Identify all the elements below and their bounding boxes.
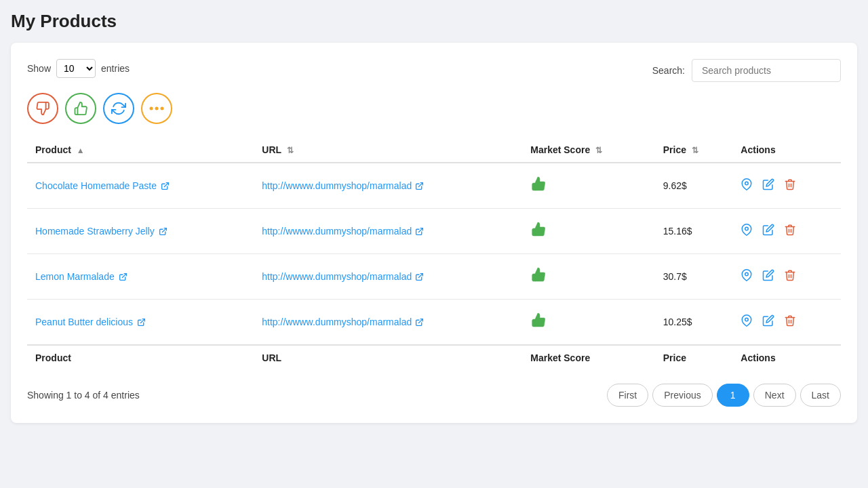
- url-link-2[interactable]: http://wwww.dummyshop/marmalad: [262, 271, 514, 282]
- market-score-thumb-2: [530, 269, 547, 286]
- product-link-0[interactable]: Chocolate Homemade Paste: [35, 180, 245, 191]
- url-external-icon: [415, 318, 424, 327]
- external-link-icon: [159, 227, 167, 236]
- edit-icon-2[interactable]: [762, 269, 774, 285]
- delete-icon-3[interactable]: [784, 314, 796, 330]
- showing-text: Showing 1 to 4 of 4 entries: [27, 390, 140, 401]
- products-table: Product ▲ URL ⇅ Market Score ⇅ Price ⇅ A…: [27, 138, 841, 370]
- product-link-1[interactable]: Homemade Strawberry Jelly: [35, 226, 245, 237]
- col-product[interactable]: Product ▲: [27, 138, 254, 163]
- pin-icon-3[interactable]: [741, 314, 753, 330]
- sort-arrow-product: ▲: [77, 146, 85, 155]
- more-button[interactable]: [141, 93, 172, 124]
- col-price[interactable]: Price ⇅: [655, 138, 733, 163]
- search-label: Search:: [652, 65, 685, 76]
- footer-col-url: URL: [254, 345, 522, 370]
- table-row: Homemade Strawberry Jelly http://wwww.du…: [27, 209, 841, 254]
- page-last-button[interactable]: Last: [800, 384, 841, 407]
- svg-point-2: [161, 107, 164, 110]
- svg-point-8: [745, 227, 749, 230]
- action-cell-2: [741, 269, 833, 285]
- footer-col-product: Product: [27, 345, 254, 370]
- sort-arrow-market: ⇅: [595, 146, 602, 155]
- svg-point-1: [155, 107, 159, 110]
- action-cell-3: [741, 314, 833, 330]
- edit-icon-3[interactable]: [762, 314, 774, 330]
- show-entries-control: Show 10 25 50 100 entries: [27, 59, 130, 78]
- url-link-0[interactable]: http://wwww.dummyshop/marmalad: [262, 180, 514, 191]
- page-first-button[interactable]: First: [607, 384, 648, 407]
- action-cell-0: [741, 178, 833, 194]
- pin-icon-1[interactable]: [741, 224, 753, 239]
- delete-icon-1[interactable]: [784, 224, 796, 239]
- url-external-icon: [415, 272, 424, 281]
- price-cell-0: 9.62$: [655, 163, 733, 209]
- svg-line-9: [122, 273, 126, 277]
- page-previous-button[interactable]: Previous: [652, 384, 712, 407]
- col-url[interactable]: URL ⇅: [254, 138, 522, 163]
- svg-line-3: [164, 182, 168, 186]
- product-link-2[interactable]: Lemon Marmalade: [35, 271, 245, 282]
- edit-icon-0[interactable]: [762, 178, 774, 194]
- search-input[interactable]: [692, 59, 841, 82]
- url-link-1[interactable]: http://wwww.dummyshop/marmalad: [262, 226, 514, 237]
- svg-point-14: [745, 318, 749, 321]
- table-row: Lemon Marmalade http://wwww.dummyshop/ma…: [27, 254, 841, 300]
- entries-label: entries: [101, 63, 130, 74]
- pin-icon-0[interactable]: [741, 178, 753, 194]
- svg-point-0: [150, 107, 153, 110]
- thumbup-button[interactable]: [65, 93, 96, 124]
- delete-icon-0[interactable]: [784, 178, 796, 194]
- delete-icon-2[interactable]: [784, 269, 796, 285]
- footer-col-actions: Actions: [732, 345, 841, 370]
- pin-icon-2[interactable]: [741, 269, 753, 285]
- search-bar: Search:: [652, 59, 841, 82]
- svg-point-5: [745, 182, 749, 185]
- pagination: First Previous 1 Next Last: [607, 384, 841, 407]
- page-next-button[interactable]: Next: [753, 384, 796, 407]
- page-1-button[interactable]: 1: [717, 384, 749, 407]
- market-score-thumb-3: [530, 314, 547, 331]
- refresh-button[interactable]: [103, 93, 134, 124]
- svg-line-10: [419, 273, 423, 277]
- url-link-3[interactable]: http://wwww.dummyshop/marmalad: [262, 317, 514, 327]
- svg-line-6: [162, 228, 166, 232]
- entries-select[interactable]: 10 25 50 100: [56, 59, 96, 78]
- svg-line-4: [419, 182, 423, 186]
- sort-arrow-url: ⇅: [287, 146, 294, 155]
- url-external-icon: [415, 227, 424, 236]
- svg-line-12: [140, 319, 144, 323]
- page-title: My Products: [11, 11, 857, 32]
- top-bar: Show 10 25 50 100 entries Search:: [27, 59, 841, 82]
- footer-col-price: Price: [655, 345, 733, 370]
- action-cell-1: [741, 224, 833, 239]
- show-label: Show: [27, 63, 51, 74]
- external-link-icon: [137, 318, 146, 327]
- svg-line-7: [419, 228, 423, 232]
- bottom-bar: Showing 1 to 4 of 4 entries First Previo…: [27, 384, 841, 407]
- edit-icon-1[interactable]: [762, 224, 774, 239]
- main-card: Show 10 25 50 100 entries Search:: [11, 43, 857, 423]
- price-cell-3: 10.25$: [655, 300, 733, 346]
- price-cell-2: 30.7$: [655, 254, 733, 300]
- price-cell-1: 15.16$: [655, 209, 733, 254]
- footer-col-market-score: Market Score: [522, 345, 654, 370]
- table-row: Peanut Butter delicious http://wwww.dumm…: [27, 300, 841, 346]
- url-external-icon: [415, 182, 424, 190]
- table-row: Chocolate Homemade Paste http://wwww.dum…: [27, 163, 841, 209]
- col-actions: Actions: [732, 138, 841, 163]
- svg-point-11: [745, 272, 749, 276]
- external-link-icon: [161, 182, 170, 190]
- action-icons-row: [27, 93, 841, 124]
- market-score-thumb-1: [530, 224, 547, 241]
- external-link-icon: [119, 272, 127, 281]
- sort-arrow-price: ⇅: [692, 146, 698, 155]
- thumbdown-button[interactable]: [27, 93, 58, 124]
- product-link-3[interactable]: Peanut Butter delicious: [35, 317, 245, 327]
- market-score-thumb-0: [530, 178, 547, 195]
- col-market-score[interactable]: Market Score ⇅: [522, 138, 654, 163]
- svg-line-13: [419, 319, 423, 323]
